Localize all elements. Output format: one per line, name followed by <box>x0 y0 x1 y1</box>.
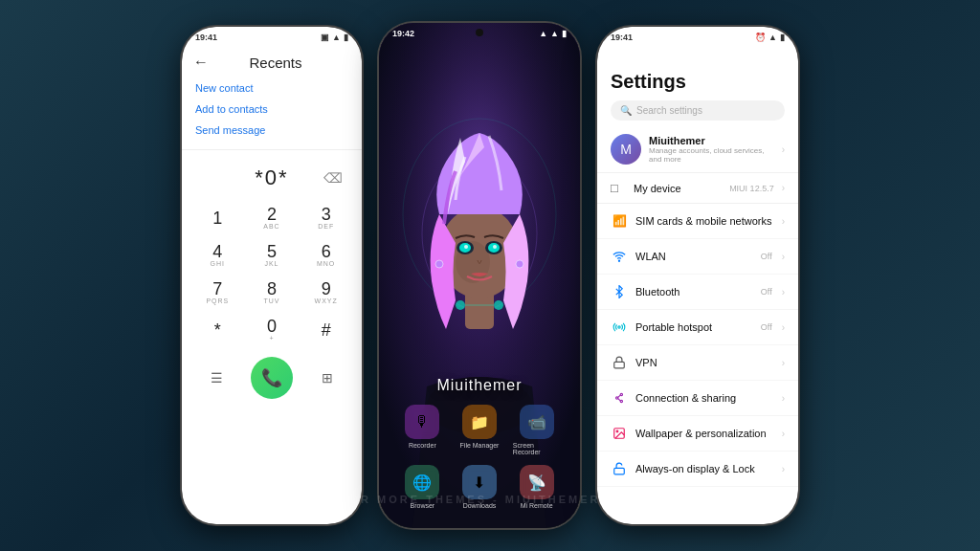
settings-bluetooth-row[interactable]: Bluetooth Off › <box>597 275 798 310</box>
svg-point-16 <box>435 260 443 268</box>
settings-wlan-row[interactable]: WLAN Off › <box>597 239 798 275</box>
svg-point-14 <box>456 300 465 310</box>
key-8[interactable]: 8 TUV <box>246 275 299 310</box>
status-icons-2: ▲ ▲ ▮ <box>539 29 567 38</box>
key-2[interactable]: 2 ABC <box>246 200 299 235</box>
vpn-icon <box>611 354 628 371</box>
send-message-link[interactable]: Send message <box>195 124 348 136</box>
battery-icon-2: ▮ <box>562 29 567 38</box>
svg-point-15 <box>494 300 503 310</box>
call-icon: 📞 <box>261 367 282 388</box>
app-file-manager[interactable]: 📁 File Manager <box>456 405 503 455</box>
settings-sim-row[interactable]: 📶 SIM cards & mobile networks › <box>597 204 798 239</box>
connection-label: Connection & sharing <box>635 392 772 404</box>
sim-settings-icon: 📶 <box>611 212 628 230</box>
settings-hotspot-row[interactable]: Portable hotspot Off › <box>597 310 798 345</box>
settings-screen: 19:41 ⏰ ▲ ▮ Settings 🔍 Search settings M… <box>597 27 798 524</box>
search-placeholder: Search settings <box>636 105 702 116</box>
lockscreen-label: Always-on display & Lock <box>635 463 772 474</box>
svg-point-21 <box>616 397 618 399</box>
hotspot-value: Off <box>761 322 772 332</box>
search-icon: 🔍 <box>620 105 632 116</box>
wifi-icon-2: ▲ <box>550 29 559 38</box>
wlan-icon <box>611 248 628 265</box>
svg-point-23 <box>620 400 622 402</box>
profile-avatar: M <box>611 134 641 165</box>
svg-point-18 <box>618 260 619 261</box>
wlan-label: WLAN <box>635 251 753 262</box>
bluetooth-label: Bluetooth <box>635 286 753 298</box>
key-1[interactable]: 1 <box>191 200 244 235</box>
profile-chevron: › <box>782 144 785 155</box>
dialer-title: Recents <box>216 55 350 71</box>
device-row[interactable]: □ My device MIUI 12.5.7 › <box>597 173 798 204</box>
camera-punch-hole <box>476 29 483 36</box>
dial-number: *0* <box>255 165 288 190</box>
alarm-icon: ⏰ <box>755 33 766 42</box>
app-screen-recorder[interactable]: 📹 Screen Recorder <box>513 405 561 455</box>
profile-subtitle: Manage accounts, cloud services, and mor… <box>649 146 774 164</box>
key-7[interactable]: 7 PQRS <box>191 275 244 310</box>
key-6[interactable]: 6 MNO <box>300 237 352 273</box>
recorder-icon: 🎙 <box>405 405 439 439</box>
status-time-3: 19:41 <box>611 33 633 42</box>
settings-connection-row[interactable]: Connection & sharing › <box>597 381 798 416</box>
app-recorder[interactable]: 🎙 Recorder <box>399 405 447 455</box>
signal-icon-3: ▲ <box>768 33 777 42</box>
key-5[interactable]: 5 JKL <box>246 237 299 273</box>
signal-icon: ▲ <box>539 29 547 38</box>
wallpaper-label: Wallpaper & personalization <box>635 428 772 439</box>
hotspot-label: Portable hotspot <box>635 321 753 333</box>
back-button[interactable]: ← <box>193 54 209 71</box>
bluetooth-value: Off <box>761 287 772 297</box>
keypad: 1 2 ABC 3 DEF 4 GHI 5 JKL <box>182 196 362 351</box>
hotspot-chevron: › <box>782 322 785 333</box>
settings-lockscreen-row[interactable]: Always-on display & Lock › <box>597 452 798 487</box>
svg-point-13 <box>493 245 497 249</box>
wlan-chevron: › <box>782 252 785 262</box>
settings-wallpaper-row[interactable]: Wallpaper & personalization › <box>597 416 798 452</box>
status-time-1: 19:41 <box>195 33 217 42</box>
grid-icon: ⊞ <box>322 370 333 386</box>
key-9[interactable]: 9 WXYZ <box>300 275 352 310</box>
wlan-value: Off <box>761 252 772 261</box>
svg-point-22 <box>620 393 622 395</box>
profile-info: Miuithemer Manage accounts, cloud servic… <box>649 135 774 164</box>
key-star[interactable]: * <box>191 312 244 347</box>
svg-rect-20 <box>614 362 625 367</box>
bluetooth-chevron: › <box>782 287 785 298</box>
lockscreen-chevron: › <box>782 464 785 474</box>
call-button[interactable]: 📞 <box>251 357 293 399</box>
settings-header: Settings 🔍 Search settings <box>597 44 798 126</box>
key-3[interactable]: 3 DEF <box>300 200 352 235</box>
svg-rect-28 <box>614 468 625 474</box>
menu-button[interactable]: ☰ <box>201 363 232 393</box>
screen-recorder-icon: 📹 <box>520 405 554 439</box>
key-hash[interactable]: # <box>300 312 352 347</box>
grid-button[interactable]: ⊞ <box>312 363 343 393</box>
status-bar-1: 19:41 ▣ ▲ ▮ <box>182 27 362 44</box>
screen-recorder-label: Screen Recorder <box>513 442 561 455</box>
profile-row[interactable]: M Miuithemer Manage accounts, cloud serv… <box>597 126 798 173</box>
phone-3: 19:41 ⏰ ▲ ▮ Settings 🔍 Search settings M… <box>597 27 798 524</box>
dial-display: *0* ⌫ <box>182 160 362 196</box>
svg-point-19 <box>618 326 620 328</box>
battery-icon: ▮ <box>344 33 348 42</box>
svg-point-12 <box>464 245 468 249</box>
key-4[interactable]: 4 GHI <box>191 237 244 273</box>
device-version: MIUI 12.5.7 <box>729 184 774 193</box>
svg-point-17 <box>516 260 523 268</box>
search-bar[interactable]: 🔍 Search settings <box>611 100 785 121</box>
new-contact-link[interactable]: New contact <box>195 82 348 94</box>
connection-chevron: › <box>782 393 785 404</box>
profile-name: Miuithemer <box>649 135 774 146</box>
key-0[interactable]: 0 + <box>246 312 299 347</box>
device-icon: □ <box>611 181 626 195</box>
settings-vpn-row[interactable]: VPN › <box>597 345 798 381</box>
recorder-label: Recorder <box>409 442 436 449</box>
add-contact-link[interactable]: Add to contacts <box>195 103 348 115</box>
dialer-screen: 19:41 ▣ ▲ ▮ ← Recents New contact Add to… <box>182 27 362 524</box>
sim-chevron: › <box>782 216 785 227</box>
backspace-button[interactable]: ⌫ <box>323 170 343 186</box>
settings-title: Settings <box>611 71 785 93</box>
